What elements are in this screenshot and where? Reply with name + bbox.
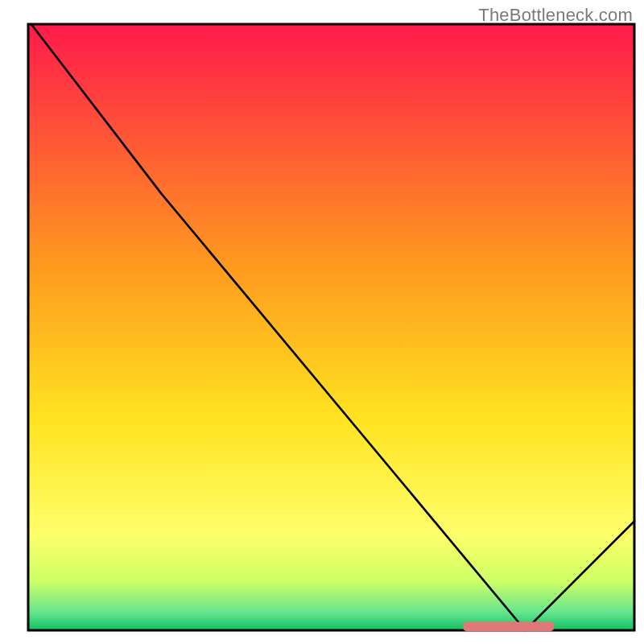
chart-frame: TheBottleneck.com (0, 0, 644, 644)
bottleneck-chart (0, 0, 644, 644)
plot-background (28, 24, 634, 630)
